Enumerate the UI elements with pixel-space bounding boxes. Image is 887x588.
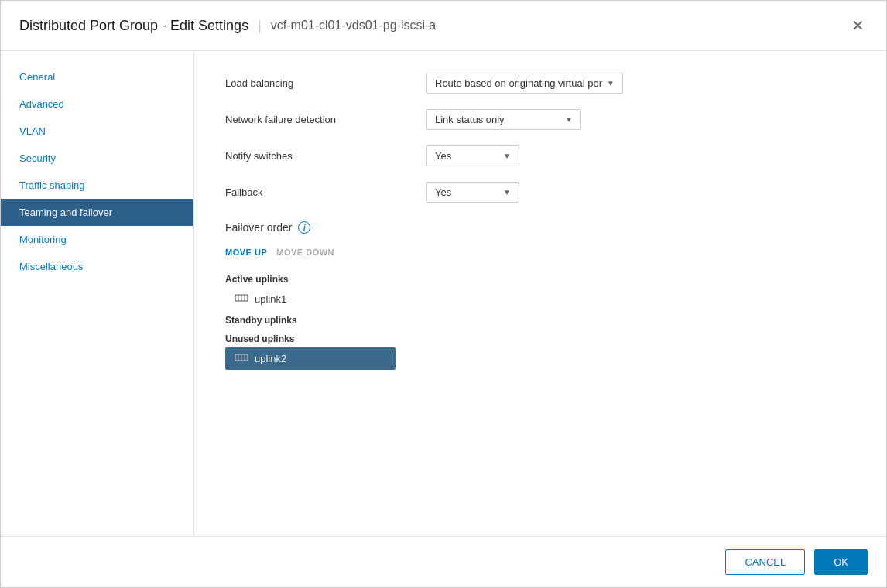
active-uplinks-label: Active uplinks (225, 269, 855, 288)
load-balancing-arrow: ▼ (607, 79, 615, 87)
sidebar-item-traffic-shaping[interactable]: Traffic shaping (1, 172, 193, 199)
sidebar-item-security[interactable]: Security (1, 145, 193, 172)
notify-switches-label: Notify switches (225, 150, 426, 162)
network-failure-control: Link status only ▼ (426, 109, 581, 130)
network-failure-label: Network failure detection (225, 114, 426, 125)
network-failure-row: Network failure detection Link status on… (225, 109, 855, 130)
move-buttons: MOVE UP MOVE DOWN (225, 244, 855, 260)
load-balancing-control: Route based on originating virtual por ▼ (426, 73, 623, 94)
failback-control: Yes ▼ (426, 182, 519, 203)
dialog-container: Distributed Port Group - Edit Settings |… (0, 0, 887, 588)
sidebar-item-miscellaneous[interactable]: Miscellaneous (1, 253, 193, 280)
dialog-body: General Advanced VLAN Security Traffic s… (1, 51, 886, 536)
uplink2-label: uplink2 (255, 353, 286, 364)
main-content: Load balancing Route based on originatin… (194, 51, 886, 536)
notify-switches-arrow: ▼ (503, 152, 511, 160)
failover-info-icon[interactable]: i (298, 221, 310, 234)
network-failure-arrow: ▼ (565, 115, 573, 124)
dialog-main-title: Distributed Port Group - Edit Settings (19, 18, 248, 34)
standby-uplinks-label: Standby uplinks (225, 310, 855, 329)
sidebar-item-teaming-failover[interactable]: Teaming and failover (1, 199, 193, 226)
dialog-footer: CANCEL OK (1, 536, 886, 587)
dialog-title: Distributed Port Group - Edit Settings |… (19, 18, 436, 34)
notify-switches-control: Yes ▼ (426, 145, 519, 166)
failback-label: Failback (225, 186, 426, 198)
sidebar-item-general[interactable]: General (1, 63, 193, 91)
uplink2-icon (235, 352, 248, 365)
close-button[interactable]: ✕ (848, 15, 868, 36)
sidebar-item-advanced[interactable]: Advanced (1, 91, 193, 118)
failback-arrow: ▼ (503, 188, 511, 197)
move-up-button[interactable]: MOVE UP (225, 244, 276, 260)
failback-row: Failback Yes ▼ (225, 182, 855, 203)
load-balancing-row: Load balancing Route based on originatin… (225, 73, 855, 94)
dialog-header: Distributed Port Group - Edit Settings |… (1, 1, 886, 51)
title-separator: | (258, 18, 262, 34)
sidebar-item-vlan[interactable]: VLAN (1, 118, 193, 145)
move-down-button[interactable]: MOVE DOWN (276, 244, 344, 260)
failover-title: Failover order i (225, 221, 855, 234)
load-balancing-dropdown[interactable]: Route based on originating virtual por ▼ (426, 73, 623, 94)
failback-dropdown[interactable]: Yes ▼ (426, 182, 519, 203)
load-balancing-label: Load balancing (225, 77, 426, 89)
notify-switches-dropdown[interactable]: Yes ▼ (426, 145, 519, 166)
ok-button[interactable]: OK (814, 549, 868, 575)
uplink1-icon (235, 292, 248, 306)
failover-section: Failover order i MOVE UP MOVE DOWN Activ… (225, 221, 855, 370)
uplink1-label: uplink1 (255, 293, 286, 305)
dialog-subtitle: vcf-m01-cl01-vds01-pg-iscsi-a (271, 19, 436, 32)
sidebar: General Advanced VLAN Security Traffic s… (1, 51, 194, 536)
network-failure-dropdown[interactable]: Link status only ▼ (426, 109, 581, 130)
notify-switches-row: Notify switches Yes ▼ (225, 145, 855, 166)
cancel-button[interactable]: CANCEL (725, 549, 805, 575)
uplink1-item[interactable]: uplink1 (225, 288, 855, 310)
uplink2-item[interactable]: uplink2 (225, 347, 396, 370)
unused-uplinks-label: Unused uplinks (225, 329, 855, 347)
sidebar-item-monitoring[interactable]: Monitoring (1, 226, 193, 253)
